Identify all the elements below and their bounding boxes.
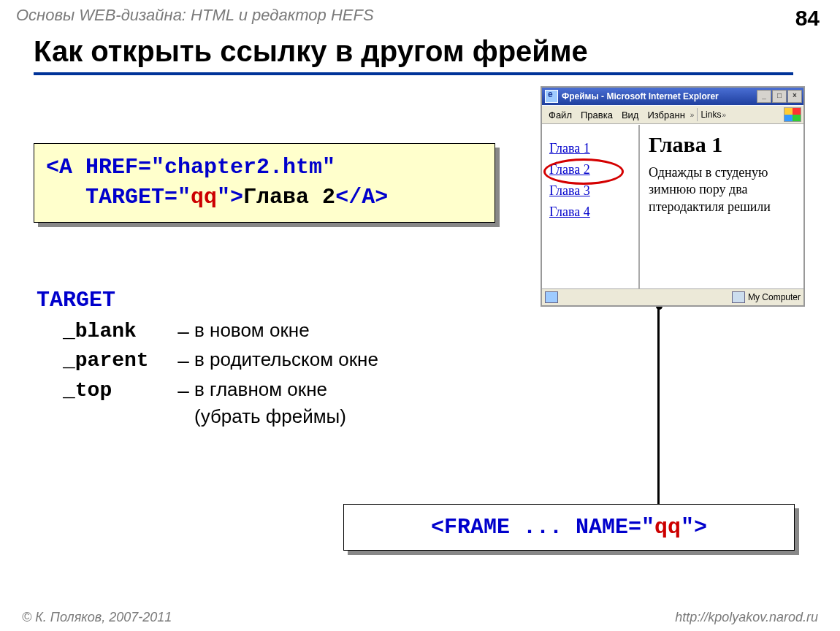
target-values-block: TARGET _blank – в новом окне _parent – в… <box>37 285 378 431</box>
code-linktext: Глава 2 <box>243 185 335 210</box>
chapter-link-1[interactable]: Глава 1 <box>549 141 631 156</box>
chapter-link-3[interactable]: Глава 3 <box>549 183 631 199</box>
target-name: _parent <box>63 346 172 376</box>
browser-menubar: Файл Правка Вид Избранн» Links» <box>542 105 803 124</box>
frame-val: qq <box>654 515 681 540</box>
copyright: © К. Поляков, 2007-2011 <box>22 610 172 625</box>
course-title: Основы WEB-дизайна: HTML и редактор HEFS <box>16 6 374 25</box>
dash: – <box>172 317 194 347</box>
page-number: 84 <box>795 6 820 31</box>
chevron-icon: » <box>722 111 726 119</box>
nav-frame: Глава 1 Глава 2 Глава 3 Глава 4 <box>542 125 640 288</box>
target-desc: в родительском окне <box>194 346 378 374</box>
chevron-icon: » <box>690 111 695 119</box>
code-target-val: qq <box>191 185 217 210</box>
frame-code-box: <FRAME ... NAME="qq"> <box>343 504 795 551</box>
minimize-button[interactable]: _ <box>757 90 771 103</box>
browser-title: Фреймы - Microsoft Internet Explorer <box>562 91 757 102</box>
ie-status-icon <box>545 291 558 303</box>
chapter-link-4[interactable]: Глава 4 <box>549 204 631 220</box>
code-tag-open: <A <box>46 155 85 180</box>
code-example-box: <A HREF="chapter2.htm" TARGET="qq">Глава… <box>34 143 495 223</box>
footer-url: http://kpolyakov.narod.ru <box>675 610 818 625</box>
close-button[interactable]: × <box>787 90 802 103</box>
frame-eq: =" <box>628 515 654 540</box>
target-name: _blank <box>63 317 172 347</box>
target-row-parent: _parent – в родительском окне <box>63 346 378 376</box>
content-heading: Глава 1 <box>649 132 795 157</box>
dash: – <box>172 346 194 376</box>
browser-window-mock: Фреймы - Microsoft Internet Explorer _ □… <box>541 86 805 307</box>
code-target-attr: TARGET <box>85 185 164 210</box>
callout-line <box>657 307 660 504</box>
computer-icon <box>732 291 745 303</box>
content-text: Однажды в студеную зимнюю пору два птеро… <box>649 164 795 215</box>
code-eq: =" <box>164 185 191 210</box>
code-closetag: </A> <box>335 185 388 210</box>
menu-file[interactable]: Файл <box>549 110 572 121</box>
browser-statusbar: My Computer <box>542 288 803 305</box>
menu-view[interactable]: Вид <box>622 110 639 121</box>
browser-frameset: Глава 1 Глава 2 Глава 3 Глава 4 Глава 1 … <box>542 124 803 288</box>
frame-close: "> <box>681 515 707 540</box>
code-href-val: ="chapter2.htm" <box>138 155 335 180</box>
menu-fav[interactable]: Избранн <box>647 110 684 121</box>
content-frame: Глава 1 Однажды в студеную зимнюю пору д… <box>640 125 803 288</box>
target-desc: в новом окне <box>194 317 310 345</box>
status-zone: My Computer <box>748 292 801 302</box>
target-row-blank: _blank – в новом окне <box>63 317 378 347</box>
frame-name-attr: NAME <box>576 515 628 540</box>
target-row-top: _top – в главном окне (убрать фреймы) <box>63 376 378 431</box>
code-indent <box>46 185 85 210</box>
code-href-attr: HREF <box>85 155 138 180</box>
browser-titlebar: Фреймы - Microsoft Internet Explorer _ □… <box>542 88 803 105</box>
slide-title: Как открыть ссылку в другом фрейме <box>34 35 793 75</box>
target-keyword: TARGET <box>37 285 378 317</box>
maximize-button[interactable]: □ <box>772 90 787 103</box>
target-name: _top <box>63 376 172 406</box>
code-close: "> <box>217 185 243 210</box>
menu-divider <box>697 108 698 121</box>
highlight-circle <box>543 158 624 185</box>
links-label[interactable]: Links <box>700 110 721 120</box>
dash: – <box>172 376 194 406</box>
windows-logo-icon <box>784 107 801 122</box>
ie-icon <box>545 90 558 103</box>
target-desc-line2: (убрать фреймы) <box>194 405 346 427</box>
target-desc: в главном окне (убрать фреймы) <box>194 376 346 431</box>
target-desc-line1: в главном окне <box>194 378 327 400</box>
menu-edit[interactable]: Правка <box>581 110 613 121</box>
frame-open: <FRAME ... <box>431 515 576 540</box>
